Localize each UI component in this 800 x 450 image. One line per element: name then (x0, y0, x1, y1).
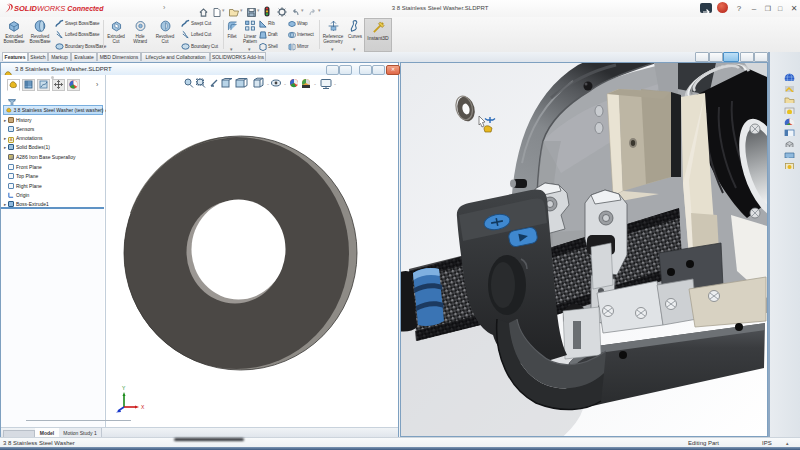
svg-text:X: X (141, 404, 145, 410)
svg-text:Y: Y (122, 385, 126, 391)
